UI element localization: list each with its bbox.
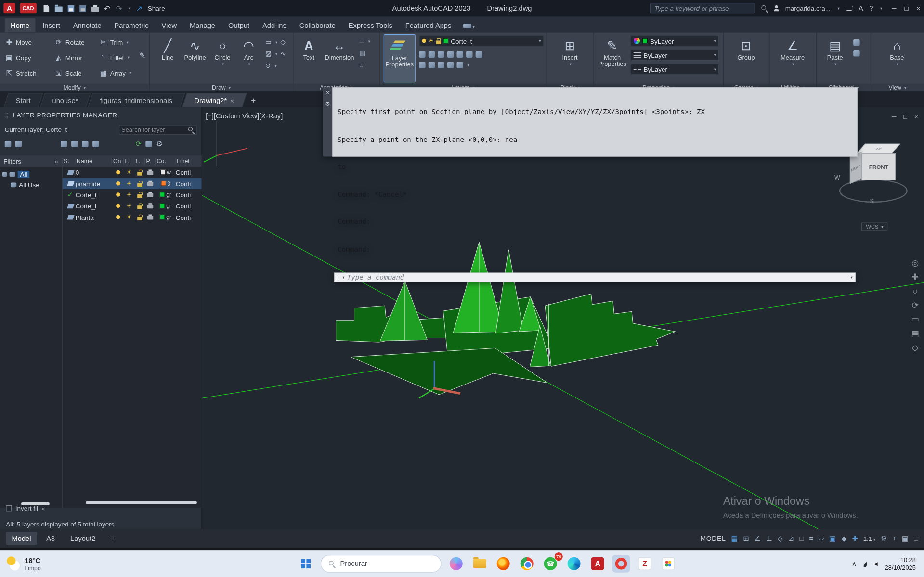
- viewport-restore-icon[interactable]: □: [903, 113, 907, 120]
- plot-icon[interactable]: [91, 7, 99, 12]
- layer-isolate-icon[interactable]: [429, 51, 435, 57]
- isodraft-toggle-icon[interactable]: ◇: [778, 534, 783, 542]
- lpm-settings-icon[interactable]: ⚙: [156, 140, 162, 148]
- grid-toggle-icon[interactable]: ▦: [731, 534, 738, 542]
- base-button[interactable]: ⌂Base▾: [882, 34, 912, 82]
- array-button[interactable]: ▦Array▾: [98, 65, 147, 81]
- layout-tab-model[interactable]: Model: [6, 532, 37, 545]
- tab-addins[interactable]: Add-ins: [257, 18, 292, 32]
- lock-toggle-icon[interactable]: [137, 205, 142, 209]
- annotation-scale-button[interactable]: 1:1▾: [863, 535, 875, 542]
- hatch-icon[interactable]: ▨: [265, 50, 272, 58]
- file-tab-uhouse[interactable]: uhouse*: [40, 93, 91, 107]
- object-color-dropdown[interactable]: ByLayer ▾: [631, 35, 719, 46]
- layer-states-icon[interactable]: [145, 141, 152, 147]
- command-window[interactable]: × ⚙ Specify first point on Section plane…: [323, 87, 858, 156]
- dimension-button[interactable]: ↔Dimension: [322, 34, 357, 82]
- freeze-toggle-icon[interactable]: ☀: [124, 203, 134, 209]
- layer-merge-icon[interactable]: [457, 62, 463, 68]
- save-as-icon[interactable]: [79, 5, 86, 11]
- on-toggle-icon[interactable]: [116, 215, 120, 219]
- osnap-toggle-icon[interactable]: □: [799, 534, 804, 542]
- layout-tab-a3[interactable]: A3: [40, 532, 61, 545]
- osnap-tracking-icon[interactable]: ⊿: [788, 534, 794, 542]
- tab-parametric[interactable]: Parametric: [108, 18, 154, 32]
- user-avatar-icon[interactable]: [774, 5, 779, 11]
- spline-icon[interactable]: ∿: [280, 50, 286, 58]
- taskbar-app-z[interactable]: Z: [636, 555, 654, 573]
- command-input[interactable]: [347, 273, 847, 282]
- layer-dropdown[interactable]: ☀ Corte_t ▾: [419, 35, 544, 46]
- start-button[interactable]: [297, 555, 315, 573]
- viewport-close-icon[interactable]: ×: [914, 113, 918, 120]
- tab-insert[interactable]: Insert: [37, 18, 66, 32]
- trim-button[interactable]: ✂Trim▾: [98, 35, 147, 50]
- qat-customize-icon[interactable]: ▾: [129, 6, 130, 11]
- weather-widget[interactable]: 18°C Limpo: [0, 556, 135, 571]
- rotate-button[interactable]: ⟳Rotate: [53, 35, 98, 50]
- invert-filter-checkbox[interactable]: [6, 505, 12, 511]
- lineweight-dropdown[interactable]: ByLayer ▾: [631, 50, 719, 61]
- new-drawing-tab-button[interactable]: +: [251, 95, 256, 105]
- linetype-dropdown[interactable]: ByLayer ▾: [631, 64, 719, 75]
- taskbar-app-whatsapp[interactable]: ☎ 79: [542, 555, 560, 573]
- set-current-layer-icon[interactable]: [92, 141, 99, 147]
- match-layer-icon[interactable]: [429, 62, 435, 68]
- file-tab-drawing2[interactable]: Drawing2*×: [182, 93, 247, 107]
- tab-manage[interactable]: Manage: [184, 18, 221, 32]
- undo-icon[interactable]: ↶: [104, 4, 110, 13]
- zoom-icon[interactable]: ○: [909, 286, 922, 296]
- tree-expander-icon[interactable]: [2, 172, 7, 177]
- autodesk-app-icon[interactable]: A: [859, 4, 863, 13]
- insert-button[interactable]: ⊞Insert▾: [555, 34, 585, 82]
- share-button[interactable]: Share: [148, 5, 165, 12]
- new-group-filter-icon[interactable]: [15, 141, 22, 147]
- command-history[interactable]: Specify first point on Section plane by …: [333, 88, 857, 272]
- layer-properties-button[interactable]: Layer Properties: [384, 34, 416, 82]
- new-property-filter-icon[interactable]: [5, 141, 11, 147]
- layer-lock-tool-icon[interactable]: [447, 51, 454, 57]
- plot-toggle-icon[interactable]: [147, 205, 153, 209]
- layer-search-input[interactable]: [121, 126, 186, 133]
- taskbar-app-photos[interactable]: [660, 555, 677, 573]
- leader-icon[interactable]: ─: [360, 38, 364, 46]
- lpm-header[interactable]: ⣿ LAYER PROPERTIES MANAGER: [0, 107, 202, 123]
- measure-button[interactable]: ∠Measure▾: [776, 34, 810, 82]
- match-properties-button[interactable]: ✎Match Properties: [597, 34, 628, 82]
- plot-toggle-icon[interactable]: [147, 216, 153, 220]
- layer-walk-icon[interactable]: [447, 62, 454, 68]
- wifi-icon[interactable]: [862, 561, 867, 567]
- freeze-toggle-icon[interactable]: ☀: [124, 180, 134, 186]
- tab-home[interactable]: Home: [5, 18, 36, 32]
- new-file-icon[interactable]: [43, 5, 49, 12]
- command-scroll-icon[interactable]: ▾: [851, 275, 853, 280]
- recent-commands-icon[interactable]: ▾: [343, 275, 345, 280]
- lock-toggle-icon[interactable]: [137, 172, 142, 175]
- signed-in-user[interactable]: margarida.cra...: [785, 5, 831, 12]
- redo-icon[interactable]: ↷: [116, 4, 122, 13]
- on-toggle-icon[interactable]: [116, 192, 120, 197]
- dynamic-ucs-icon[interactable]: ✚: [852, 534, 858, 542]
- volume-icon[interactable]: ◄: [872, 560, 879, 567]
- ellipse-icon[interactable]: ◇: [280, 38, 285, 46]
- tab-express-tools[interactable]: Express Tools: [343, 18, 399, 32]
- save-icon[interactable]: [67, 5, 74, 11]
- freeze-toggle-icon[interactable]: ☀: [124, 192, 134, 197]
- on-toggle-icon[interactable]: [116, 181, 120, 186]
- polyline-button[interactable]: ∿Polyline: [182, 34, 208, 82]
- viewport-minimize-icon[interactable]: ─: [892, 113, 897, 120]
- annotation-visibility-icon[interactable]: +: [892, 534, 897, 542]
- viewport-controls[interactable]: [−][Custom View][X-Ray]: [206, 112, 283, 120]
- cut-clip-icon[interactable]: [853, 50, 859, 56]
- stretch-button[interactable]: ⇱Stretch: [3, 65, 53, 81]
- copy-clip-icon[interactable]: [853, 39, 859, 46]
- maximize-button[interactable]: □: [905, 5, 909, 12]
- rectangle-icon[interactable]: ▭: [265, 38, 272, 46]
- ribbon-display-toggle[interactable]: ▾: [458, 19, 479, 32]
- lock-toggle-icon[interactable]: [137, 183, 142, 186]
- autocad-logo[interactable]: A: [3, 3, 15, 13]
- open-file-icon[interactable]: [54, 6, 62, 12]
- tab-output[interactable]: Output: [222, 18, 256, 32]
- refresh-icon[interactable]: ⟳: [135, 140, 141, 148]
- taskbar-app-chrome[interactable]: [518, 555, 536, 573]
